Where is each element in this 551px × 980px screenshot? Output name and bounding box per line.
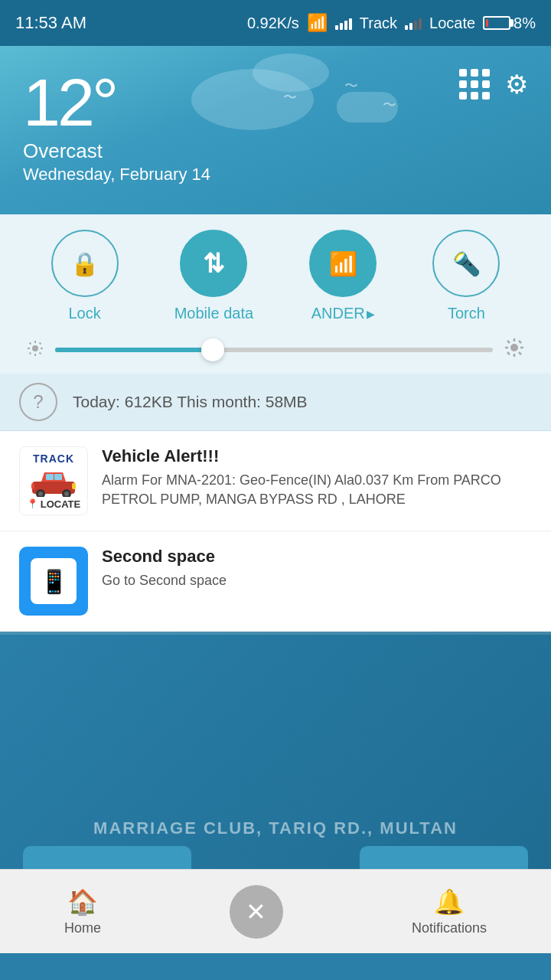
lock-icon: 🔒 bbox=[70, 250, 99, 277]
ander-label: ANDER ▶ bbox=[311, 305, 375, 322]
brightness-fill bbox=[55, 348, 221, 352]
temperature: 12° bbox=[23, 69, 210, 136]
locate-icon-small: 📍 bbox=[27, 498, 38, 509]
ander-arrow-icon: ▶ bbox=[367, 308, 375, 320]
status-left: 11:53 AM bbox=[15, 13, 86, 33]
svg-rect-26 bbox=[31, 483, 34, 489]
notifications-panel: TRACK bbox=[0, 431, 551, 632]
toggle-torch-circle: 🔦 bbox=[432, 230, 500, 297]
vehicle-alert-body: Alarm For MNA-2201: Geo-Fence(IN) Ala0.0… bbox=[102, 471, 532, 509]
weather-date: Wednesday, February 14 bbox=[23, 165, 210, 185]
svg-line-7 bbox=[40, 342, 41, 344]
toggle-mobile-data-circle: ⇅ bbox=[180, 230, 247, 297]
phone-icon: 📱 bbox=[40, 568, 68, 595]
data-usage-icon: ? bbox=[19, 383, 57, 421]
second-space-content: Second space Go to Second space bbox=[102, 547, 532, 590]
svg-point-24 bbox=[64, 492, 69, 496]
mobile-data-icon: ⇅ bbox=[203, 248, 224, 279]
locate-text-small: LOCATE bbox=[41, 498, 80, 510]
close-button[interactable]: ✕ bbox=[230, 885, 283, 939]
svg-rect-20 bbox=[54, 474, 62, 480]
nav-home[interactable]: 🏠 Home bbox=[64, 887, 101, 936]
quick-toggles-row: 🔒 Lock ⇅ Mobile data 📶 ANDER ▶ 🔦 bbox=[23, 230, 528, 322]
torch-icon: 🔦 bbox=[452, 250, 481, 277]
brightness-min-icon bbox=[27, 340, 44, 361]
svg-line-8 bbox=[30, 352, 31, 354]
toggle-ander-circle: 📶 bbox=[309, 230, 377, 297]
svg-line-14 bbox=[507, 341, 510, 343]
weather-panel: 〜 〜 〜 12° Overcast Wednesday, February 1… bbox=[0, 46, 551, 214]
vehicle-alert-title: Vehicle Alert!!! bbox=[102, 446, 532, 466]
wifi-toggle-icon: 📶 bbox=[329, 250, 357, 277]
svg-rect-19 bbox=[46, 474, 54, 480]
status-right: 0.92K/s 📶 Track Locate 8% bbox=[247, 13, 536, 33]
toggle-torch[interactable]: 🔦 Torch bbox=[432, 230, 500, 322]
svg-rect-25 bbox=[72, 483, 76, 489]
second-space-inner-icon: 📱 bbox=[31, 558, 77, 604]
notifications-icon: 🔔 bbox=[434, 887, 465, 916]
battery-indicator: 8% bbox=[483, 15, 536, 32]
second-space-body: Go to Second space bbox=[102, 571, 532, 590]
svg-line-16 bbox=[519, 341, 521, 343]
brightness-slider-row bbox=[23, 338, 528, 362]
data-usage-text: Today: 612KB This month: 58MB bbox=[73, 393, 308, 411]
home-icon: 🏠 bbox=[67, 887, 98, 916]
weather-info: 12° Overcast Wednesday, February 14 bbox=[23, 69, 210, 185]
notifications-label: Notifications bbox=[412, 920, 487, 936]
settings-icon[interactable]: ⚙ bbox=[505, 69, 528, 100]
vehicle-alert-content: Vehicle Alert!!! Alarm For MNA-2201: Geo… bbox=[102, 446, 532, 509]
toggle-mobile-data[interactable]: ⇅ Mobile data bbox=[174, 230, 253, 322]
toggle-lock[interactable]: 🔒 Lock bbox=[51, 230, 119, 322]
app-background: MARRIAGE CLUB, TARIQ RD., MULTAN COMMAND… bbox=[0, 632, 551, 953]
svg-line-15 bbox=[519, 352, 521, 354]
nav-notifications[interactable]: 🔔 Notifications bbox=[412, 887, 487, 936]
weather-actions: ⚙ bbox=[459, 69, 528, 100]
second-space-title: Second space bbox=[102, 547, 532, 567]
lock-label: Lock bbox=[68, 305, 100, 322]
svg-line-5 bbox=[30, 342, 31, 344]
second-space-icon: 📱 bbox=[19, 547, 88, 616]
notification-second-space[interactable]: 📱 Second space Go to Second space bbox=[0, 531, 551, 632]
track-label: Track bbox=[360, 15, 397, 32]
locate-label: Locate bbox=[429, 15, 475, 32]
svg-point-22 bbox=[38, 492, 43, 496]
signal-icon bbox=[335, 16, 352, 30]
notification-vehicle-alert[interactable]: TRACK bbox=[0, 431, 551, 531]
brightness-thumb[interactable] bbox=[201, 338, 224, 361]
mobile-data-label: Mobile data bbox=[174, 305, 253, 322]
toggle-ander[interactable]: 📶 ANDER ▶ bbox=[309, 230, 377, 322]
track-text: TRACK bbox=[33, 452, 74, 465]
status-bar: 11:53 AM 0.92K/s 📶 Track Locate 8% bbox=[0, 0, 551, 46]
battery-percent: 8% bbox=[514, 15, 536, 32]
car-icon bbox=[28, 466, 80, 497]
time: 11:53 AM bbox=[15, 13, 86, 33]
svg-line-6 bbox=[40, 352, 41, 354]
home-label: Home bbox=[64, 920, 101, 936]
brightness-track[interactable] bbox=[55, 348, 493, 352]
torch-label: Torch bbox=[448, 305, 485, 322]
svg-point-9 bbox=[510, 344, 518, 351]
svg-line-17 bbox=[507, 352, 510, 354]
grid-icon[interactable] bbox=[459, 69, 490, 100]
signal-icon-2 bbox=[405, 16, 422, 30]
track-locate-icon: TRACK bbox=[19, 446, 88, 515]
weather-condition: Overcast bbox=[23, 139, 210, 163]
bottom-nav: 🏠 Home ✕ 🔔 Notifications bbox=[0, 869, 551, 953]
close-icon: ✕ bbox=[246, 897, 266, 926]
svg-point-0 bbox=[32, 345, 38, 351]
wifi-icon: 📶 bbox=[307, 13, 328, 33]
quick-settings-panel: 🔒 Lock ⇅ Mobile data 📶 ANDER ▶ 🔦 bbox=[0, 214, 551, 374]
brightness-max-icon bbox=[504, 338, 524, 362]
data-usage-bar: ? Today: 612KB This month: 58MB bbox=[0, 374, 551, 431]
app-bg-text: MARRIAGE CLUB, TARIQ RD., MULTAN bbox=[0, 811, 551, 846]
toggle-lock-circle: 🔒 bbox=[51, 230, 119, 297]
battery-icon bbox=[483, 16, 510, 30]
data-speed: 0.92K/s bbox=[247, 15, 299, 32]
